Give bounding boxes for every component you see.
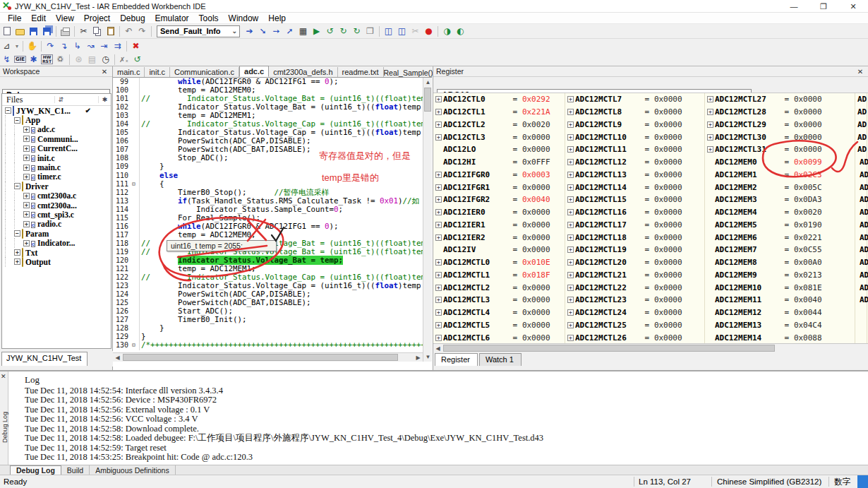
expand-icon[interactable]: + — [435, 96, 443, 102]
register-row-adc12ier1[interactable]: +ADC12IER1 = 0x0000 — [433, 219, 565, 232]
register-value[interactable]: 0x0000 — [654, 283, 682, 292]
register-row-adc12mctl1[interactable]: +ADC12MCTL1 = 0x018F — [433, 269, 565, 282]
register-row-adc12lo[interactable]: ADC12LO = 0x0000 — [433, 143, 565, 156]
register-value[interactable]: 0x0000 — [654, 170, 682, 179]
step-into-icon[interactable]: ↴ — [57, 40, 71, 52]
tree-item-output[interactable]: +Output — [2, 257, 111, 266]
register-value[interactable]: 0x0000 — [794, 120, 822, 129]
code-area[interactable]: 99 while(ADC12IFGR0 & ADC12IFG1 == 0);10… — [113, 78, 423, 352]
register-value[interactable]: 0x0000 — [654, 295, 682, 304]
collapse-icon[interactable]: − — [14, 183, 20, 189]
register-row-adc12mem10[interactable]: ADC12MEM10 = 0x081E — [705, 281, 855, 294]
expand-icon[interactable]: + — [567, 297, 575, 303]
expand-icon[interactable]: + — [435, 222, 443, 228]
tree-item-cmt2300a-c[interactable]: +ccmt2300a.c — [2, 191, 111, 201]
editor-tab-init-c[interactable]: init.c — [145, 67, 170, 77]
expand-icon[interactable]: + — [14, 258, 20, 265]
expand-icon[interactable]: + — [435, 209, 443, 215]
compile-icon[interactable]: ▦ — [296, 25, 310, 37]
make-icon[interactable]: ▶ — [310, 25, 323, 37]
register-value[interactable]: 0x0000 — [794, 95, 822, 104]
register-value[interactable]: 0x0000 — [522, 233, 550, 242]
register-row-adc12mctl11[interactable]: +ADC12MCTL11 = 0x0000 — [565, 143, 704, 156]
register-value[interactable]: 0x0C55 — [794, 245, 822, 254]
register-row-adc12mctl23[interactable]: +ADC12MCTL23 = 0x0000 — [565, 294, 704, 307]
register-row-adc12mctl31[interactable]: +ADC12MCTL31 = 0x0000 — [705, 143, 855, 156]
expand-icon[interactable]: + — [567, 246, 575, 253]
register-value[interactable]: 0x0000 — [794, 133, 822, 142]
register-value[interactable]: 0x0000 — [522, 220, 550, 230]
register-row-adc12mctl3[interactable]: +ADC12MCTL3 = 0x0000 — [433, 294, 565, 307]
log-side-tab[interactable]: Debug Log — [1, 403, 8, 452]
register-row-adc12mctl17[interactable]: +ADC12MCTL17 = 0x0000 — [565, 219, 704, 232]
register-row-adc12mctl9[interactable]: +ADC12MCTL9 = 0x0000 — [565, 119, 704, 131]
expand-icon[interactable]: + — [435, 121, 443, 128]
register-value[interactable]: 0x005C — [794, 183, 822, 192]
expand-icon[interactable]: + — [435, 134, 443, 141]
tree-item-radio-c[interactable]: +cradio.c — [2, 220, 111, 229]
register-row-adc12ctl1[interactable]: +ADC12CTL1 = 0x221A — [433, 106, 565, 119]
register-value[interactable]: 0x0190 — [794, 220, 822, 230]
editor-tab-main-c[interactable]: main.c — [113, 67, 145, 77]
download-debug-icon[interactable]: ↻ — [337, 25, 350, 37]
expand-icon[interactable]: + — [435, 297, 443, 303]
scroll-right-icon[interactable]: ▶ — [414, 353, 423, 362]
register-row-adc12mctl26[interactable]: +ADC12MCTL26 = 0x0000 — [565, 331, 704, 343]
register-row-adc12mem7[interactable]: ADC12MEM7 = 0x0C55 — [705, 244, 855, 256]
register-value[interactable]: 0x0292 — [522, 95, 550, 104]
line-number[interactable]: 124 — [113, 290, 131, 299]
register-value[interactable]: 0x0000 — [654, 120, 682, 129]
tree-item-txt[interactable]: +Txt — [2, 248, 111, 257]
fold-marker-icon[interactable]: ⊟ — [131, 180, 140, 189]
register-row-adc12mctl5[interactable]: +ADC12MCTL5 = 0x0000 — [433, 319, 565, 332]
register-row-adc12mem6[interactable]: ADC12MEM6 = 0x0221 — [705, 231, 855, 244]
register-row-adc12mctl12[interactable]: +ADC12MCTL12 = 0x0000 — [565, 156, 704, 169]
expand-icon[interactable]: + — [567, 335, 575, 341]
menu-window[interactable]: Window — [224, 13, 264, 23]
bottom-tab-debug-log[interactable]: Debug Log — [10, 465, 61, 475]
expand-icon[interactable]: + — [707, 146, 715, 153]
menu-emulator[interactable]: Emulator — [150, 13, 194, 23]
reg-hscroll-thumb[interactable] — [443, 345, 775, 352]
line-number[interactable]: 127 — [113, 316, 131, 324]
register-value[interactable]: 0x0000 — [654, 208, 682, 217]
toggle-breakpoint-icon[interactable]: ◫ — [382, 25, 395, 37]
expand-icon[interactable]: + — [567, 259, 575, 266]
copy-icon[interactable] — [90, 25, 104, 37]
register-value[interactable]: 0x0020 — [522, 120, 550, 129]
register-value[interactable]: 0x0DA3 — [794, 195, 822, 204]
editor-horizontal-scrollbar[interactable]: ◀ ▶ — [113, 352, 423, 362]
editor-tab-cmt2300a-defs-h[interactable]: cmt2300a_defs.h — [269, 67, 337, 77]
register-row-adc12mctl20[interactable]: +ADC12MCTL20 = 0x0000 — [565, 256, 704, 269]
expand-icon[interactable]: + — [567, 309, 575, 316]
redo-icon[interactable]: ↷ — [135, 25, 149, 37]
bottom-tab-ambiguous-definitions[interactable]: Ambiguous Definitions — [90, 465, 175, 475]
register-value[interactable]: 0x0000 — [654, 133, 682, 142]
download-active-icon[interactable]: ◑ — [440, 25, 454, 37]
register-value[interactable]: 0x0000 — [522, 133, 550, 142]
go-icon[interactable]: ⇉ — [111, 40, 124, 52]
paste-icon[interactable] — [104, 25, 117, 37]
register-row-adc12ier2[interactable]: +ADC12IER2 = 0x0000 — [433, 231, 565, 244]
line-number[interactable]: 126 — [113, 307, 131, 316]
line-number[interactable]: 115 — [113, 214, 131, 222]
code-line-128[interactable]: 128 } — [113, 324, 423, 333]
clear-breakpoints-icon[interactable]: ✗ₓ — [117, 54, 131, 66]
fold-marker-icon[interactable]: ⊟ — [131, 341, 140, 350]
editor-tab-adc-c[interactable]: adc.c — [239, 66, 269, 77]
minimize-button[interactable]: — — [779, 0, 809, 13]
log-close-icon[interactable]: ✕ — [1, 373, 6, 380]
stop-debugging-ball-icon[interactable]: ● — [422, 25, 435, 37]
register-row-adc12mctl21[interactable]: +ADC12MCTL21 = 0x0000 — [565, 269, 704, 282]
register-value[interactable]: 0x0000 — [522, 183, 550, 192]
register-value[interactable]: 0x0088 — [794, 333, 822, 343]
register-row-adc12mem5[interactable]: ADC12MEM5 = 0x0190 — [705, 219, 855, 232]
reset-icon[interactable]: ⊿ — [0, 40, 13, 52]
expand-icon[interactable]: + — [567, 285, 575, 291]
scroll-left-icon[interactable]: ◀ — [113, 353, 122, 362]
scroll-down-icon[interactable]: ▼ — [423, 352, 433, 362]
expand-icon[interactable]: + — [14, 249, 20, 256]
expand-icon[interactable]: + — [567, 134, 575, 141]
close-button[interactable]: ✕ — [838, 0, 868, 13]
save-all-icon[interactable] — [40, 25, 54, 37]
